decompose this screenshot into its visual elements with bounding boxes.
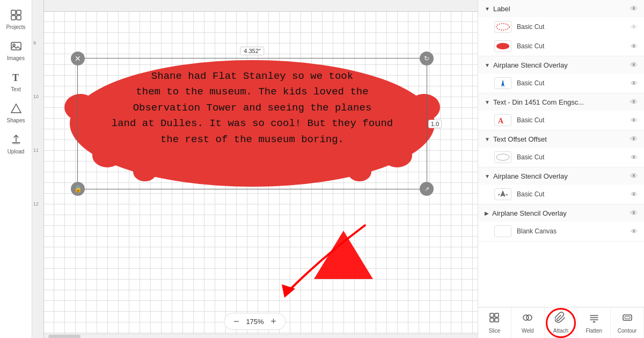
eye-text-offset-group[interactable]: 👁 [630, 135, 638, 143]
images-label: Images [7, 55, 25, 61]
layer-group-airplane-1: ▼ Airplane Stencil Overlay 👁 Basic Cut 👁 [478, 56, 644, 93]
dimension-width-label: 4.352" [240, 47, 264, 55]
svg-rect-3 [17, 16, 21, 20]
eye-airplane-2-group[interactable]: 👁 [630, 172, 638, 180]
chevron-airplane-2: ▼ [485, 173, 490, 179]
layer-group-text-din-header[interactable]: ▼ Text - Din 1451 Com Engsc... 👁 [478, 93, 644, 111]
layer-thumb-blank [494, 225, 511, 237]
upload-icon [9, 132, 24, 147]
shapes-icon [9, 101, 24, 116]
canvas-design-area: Shane had Flat Stanley so we took them t… [64, 54, 451, 204]
eye-airplane-1-group[interactable]: 👁 [630, 61, 638, 69]
group-name-text-din: Text - Din 1451 Com Engsc... [493, 98, 627, 106]
attach-button[interactable]: Attach [545, 307, 578, 338]
layer-name-airplane-1: Basic Cut [517, 79, 625, 87]
text-icon: T [9, 70, 24, 85]
horizontal-scrollbar[interactable] [32, 334, 478, 338]
contour-button[interactable]: Contour [611, 307, 644, 338]
svg-rect-27 [623, 315, 632, 320]
eye-text-offset-item[interactable]: 👁 [631, 153, 638, 161]
eye-blank-item[interactable]: 👁 [631, 227, 638, 236]
layer-item-text-offset[interactable]: Basic Cut 👁 [478, 148, 644, 167]
layer-thumb-text-offset [494, 151, 511, 163]
zoom-in-button[interactable]: + [268, 316, 279, 327]
svg-rect-2 [11, 16, 16, 20]
layer-group-airplane-2-header[interactable]: ▼ Airplane Stencil Overlay 👁 [478, 167, 644, 185]
upload-label: Upload [8, 149, 25, 155]
svg-point-26 [526, 315, 532, 320]
layer-item-airplane-2[interactable]: Basic Cut 👁 [478, 185, 644, 204]
layer-thumb-label-2 [494, 40, 511, 52]
chevron-text-din: ▼ [485, 99, 490, 105]
layer-item-label-1[interactable]: Basic Cut 👁 [478, 17, 644, 36]
svg-rect-8 [12, 143, 20, 144]
svg-point-20 [496, 154, 509, 160]
svg-rect-23 [490, 318, 494, 322]
weld-icon [522, 312, 533, 326]
eye-airplane-1-item[interactable]: 👁 [631, 79, 638, 87]
sidebar-item-upload[interactable]: Upload [2, 129, 30, 158]
sidebar-item-text[interactable]: T Text [2, 67, 30, 95]
attach-icon [555, 312, 567, 326]
resize-handle[interactable]: ↗ [420, 182, 434, 196]
flatten-label: Flatten [586, 328, 603, 334]
layer-item-airplane-1[interactable]: Basic Cut 👁 [478, 74, 644, 93]
eye-text-din-item[interactable]: 👁 [631, 116, 638, 124]
sidebar-item-projects[interactable]: Projects [2, 4, 30, 33]
flatten-button[interactable]: Flatten [577, 307, 611, 338]
eye-airplane-3-group[interactable]: 👁 [630, 209, 638, 217]
right-panel: ▼ Label 👁 Basic Cut 👁 Basic Cut 👁 [478, 0, 644, 338]
svg-point-17 [496, 24, 509, 30]
slice-button[interactable]: Slice [478, 307, 511, 338]
layer-group-text-din: ▼ Text - Din 1451 Com Engsc... 👁 A Basic… [478, 93, 644, 130]
shapes-label: Shapes [7, 117, 25, 123]
slice-label: Slice [489, 328, 501, 334]
eye-label-group[interactable]: 👁 [630, 4, 638, 13]
svg-text:A: A [498, 117, 504, 125]
canvas-area: 9 10 11 12 Shane had Flat Stanley so we … [32, 0, 478, 338]
layer-name-text-din: Basic Cut [517, 116, 625, 124]
layer-name-label-2: Basic Cut [517, 42, 625, 50]
layers-list: ▼ Label 👁 Basic Cut 👁 Basic Cut 👁 [478, 0, 644, 307]
zoom-out-button[interactable]: − [231, 316, 241, 327]
sidebar-item-shapes[interactable]: Shapes [2, 98, 30, 127]
rotate-handle[interactable]: ↻ [420, 52, 434, 65]
ruler-mark-11: 11 [33, 148, 39, 153]
eye-airplane-2-item[interactable]: 👁 [631, 190, 638, 199]
ruler-mark-9: 9 [33, 40, 36, 46]
flatten-icon [588, 312, 600, 326]
projects-icon [9, 8, 24, 23]
group-name-airplane-2: Airplane Stencil Overlay [493, 172, 627, 180]
group-name-airplane-1: Airplane Stencil Overlay [493, 61, 627, 69]
layer-thumb-text-din: A [494, 114, 511, 126]
sidebar-item-images[interactable]: Images [2, 35, 30, 64]
svg-rect-0 [11, 10, 16, 14]
layer-item-blank-canvas[interactable]: Blank Canvas 👁 [478, 222, 644, 241]
layer-group-airplane-3-header[interactable]: ▶ Airplane Stencil Overlay 👁 [478, 204, 644, 222]
svg-rect-4 [11, 42, 21, 50]
svg-point-18 [496, 43, 509, 49]
projects-label: Projects [6, 24, 25, 30]
layer-group-label: ▼ Label 👁 Basic Cut 👁 Basic Cut 👁 [478, 0, 644, 56]
eye-label-item-2[interactable]: 👁 [631, 42, 638, 50]
layer-item-text-din[interactable]: A Basic Cut 👁 [478, 111, 644, 130]
ruler-left: 9 10 11 12 [32, 0, 44, 338]
layer-thumb-airplane-2 [494, 188, 511, 200]
scroll-thumb[interactable] [48, 335, 80, 338]
layer-group-text-offset-header[interactable]: ▼ Text Offset Offset 👁 [478, 130, 644, 148]
zoom-label: 175% [246, 318, 264, 326]
layer-group-label-header[interactable]: ▼ Label 👁 [478, 0, 644, 17]
group-name-text-offset: Text Offset Offset [493, 135, 627, 143]
eye-label-item-1[interactable]: 👁 [631, 23, 638, 31]
zoom-controls: − 175% + [224, 313, 286, 330]
eye-text-din-group[interactable]: 👁 [630, 98, 638, 106]
ruler-mark-12: 12 [33, 201, 39, 207]
svg-rect-24 [495, 318, 499, 322]
text-label: Text [11, 86, 20, 92]
weld-button[interactable]: Weld [511, 307, 545, 338]
layer-group-airplane-1-header[interactable]: ▼ Airplane Stencil Overlay 👁 [478, 56, 644, 74]
close-handle[interactable]: ✕ [71, 52, 85, 65]
layer-item-label-2[interactable]: Basic Cut 👁 [478, 36, 644, 56]
svg-rect-28 [625, 317, 630, 319]
lock-handle[interactable]: 🔒 [71, 182, 85, 196]
